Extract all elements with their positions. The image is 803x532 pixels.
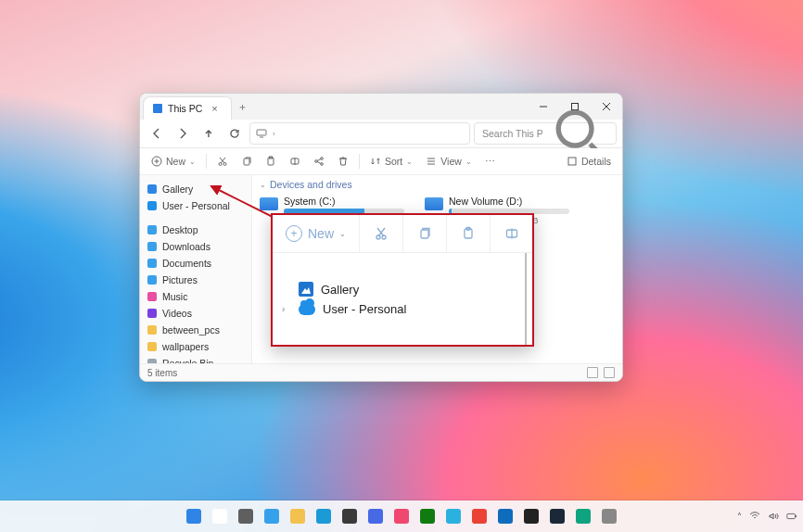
widgets-icon <box>264 509 279 524</box>
nav-icon <box>147 325 157 335</box>
taskbar-settings[interactable] <box>365 506 386 526</box>
back-button[interactable] <box>146 122 168 145</box>
rename-button[interactable] <box>284 151 306 171</box>
edge-icon <box>316 509 331 524</box>
nav-icon <box>147 309 157 318</box>
taskbar-store[interactable] <box>339 506 360 526</box>
search-input[interactable] <box>480 127 544 140</box>
sidebar-item-downloads[interactable]: Downloads <box>144 238 248 255</box>
taskbar-vscode[interactable] <box>443 506 464 526</box>
rename-button[interactable] <box>491 215 533 252</box>
new-button[interactable]: + New ⌄ <box>273 215 360 252</box>
sidebar-item-label: Downloads <box>162 241 210 252</box>
volume-icon[interactable] <box>768 511 779 522</box>
task-view-icon <box>238 509 253 524</box>
new-tab-button[interactable]: ＋ <box>232 94 254 120</box>
tab-this-pc[interactable]: This PC × <box>143 96 232 120</box>
sidebar-item-label: between_pcs <box>162 324 220 336</box>
taskbar-steam[interactable] <box>547 506 567 526</box>
paste-button[interactable] <box>260 151 282 171</box>
copy-button[interactable] <box>236 151 258 171</box>
chrome-icon <box>472 509 487 524</box>
chevron-right-icon: › <box>273 130 275 138</box>
search-box[interactable] <box>474 122 617 145</box>
sidebar-item-label: Music <box>162 291 187 302</box>
tab-title: This PC <box>168 103 202 114</box>
taskbar-photos[interactable] <box>391 506 412 526</box>
tab-close-icon[interactable]: × <box>208 103 221 114</box>
steam-icon <box>550 509 565 524</box>
taskbar-start[interactable] <box>184 506 204 526</box>
taskbar-widgets[interactable] <box>261 506 282 526</box>
group-header-devices[interactable]: ⌄ Devices and drives <box>252 175 622 194</box>
cut-button[interactable] <box>360 215 403 252</box>
view-button[interactable]: View⌄ <box>420 151 478 171</box>
nav-icon <box>147 259 157 268</box>
copy-button[interactable] <box>403 215 447 252</box>
system-tray[interactable]: ˄ <box>737 511 797 522</box>
drive-icon <box>425 197 443 210</box>
nav-icon <box>147 225 157 234</box>
cut-button[interactable] <box>211 151 234 171</box>
chevron-right-icon[interactable]: › <box>282 304 291 314</box>
chatgpt-icon <box>576 509 591 524</box>
battery-icon[interactable] <box>786 511 797 522</box>
sidebar-item-wallpapers[interactable]: wallpapers <box>144 338 248 355</box>
this-pc-icon <box>153 104 162 113</box>
tray-chevron-icon[interactable]: ˄ <box>737 512 742 522</box>
taskbar-edge[interactable] <box>313 506 334 526</box>
terminal-icon <box>524 509 539 524</box>
sidebar-item-label: Gallery <box>162 184 193 195</box>
nav-item-gallery[interactable]: Gallery <box>282 282 516 297</box>
nav-icon <box>147 242 157 251</box>
photos-icon <box>394 509 409 524</box>
address-bar[interactable]: › <box>249 122 470 145</box>
taskbar-xbox[interactable] <box>417 506 438 526</box>
delete-button[interactable] <box>332 151 354 171</box>
share-button[interactable] <box>308 151 330 171</box>
sort-button[interactable]: Sort⌄ <box>364 151 418 171</box>
wifi-icon[interactable] <box>749 511 760 522</box>
new-button[interactable]: New ⌄ <box>146 151 201 171</box>
zoom-command-bar: + New ⌄ <box>273 215 532 253</box>
taskbar-outlook[interactable] <box>495 506 516 526</box>
taskbar-chatgpt[interactable] <box>573 506 593 526</box>
sidebar-item-videos[interactable]: Videos <box>144 305 248 322</box>
view-tiles-icon[interactable] <box>604 367 615 378</box>
chevron-down-icon: ⌄ <box>189 158 196 166</box>
outlook-icon <box>498 509 513 524</box>
nav-item-label: User - Personal <box>323 302 406 316</box>
more-button[interactable]: ⋯ <box>479 151 501 171</box>
view-details-icon[interactable] <box>587 367 598 378</box>
paste-button[interactable] <box>447 215 491 252</box>
sidebar-item-user-personal[interactable]: User - Personal <box>144 197 248 214</box>
taskbar-search[interactable] <box>210 506 230 526</box>
forward-button[interactable] <box>172 122 194 145</box>
refresh-button[interactable] <box>223 122 246 145</box>
sidebar-item-pictures[interactable]: Pictures <box>144 272 248 288</box>
sidebar-item-recycle-bin[interactable]: Recycle Bin <box>144 355 248 363</box>
details-button[interactable]: Details <box>561 151 617 171</box>
sidebar-item-desktop[interactable]: Desktop <box>144 222 248 238</box>
monitor-icon <box>256 128 267 139</box>
xbox-icon <box>420 509 435 524</box>
start-icon <box>186 509 201 524</box>
nav-icon <box>147 184 157 194</box>
taskbar-app[interactable] <box>599 506 619 526</box>
vscode-icon <box>446 509 461 524</box>
nav-item-user-personal[interactable]: ›User - Personal <box>282 302 516 316</box>
svg-rect-31 <box>796 515 797 517</box>
sidebar-item-music[interactable]: Music <box>144 288 248 305</box>
up-button[interactable] <box>198 122 220 145</box>
taskbar-task-view[interactable] <box>236 506 256 526</box>
sidebar-item-between-pcs[interactable]: between_pcs <box>144 322 248 338</box>
taskbar-terminal[interactable] <box>521 506 542 526</box>
sidebar-item-gallery[interactable]: Gallery <box>144 181 248 197</box>
onedrive-icon <box>299 304 315 315</box>
svg-rect-21 <box>568 158 576 165</box>
taskbar: ˄ <box>0 500 803 532</box>
sidebar-item-documents[interactable]: Documents <box>144 255 248 272</box>
taskbar-explorer[interactable] <box>287 506 308 526</box>
taskbar-chrome[interactable] <box>469 506 490 526</box>
zoom-nav-list: Gallery›User - Personal <box>273 253 527 345</box>
